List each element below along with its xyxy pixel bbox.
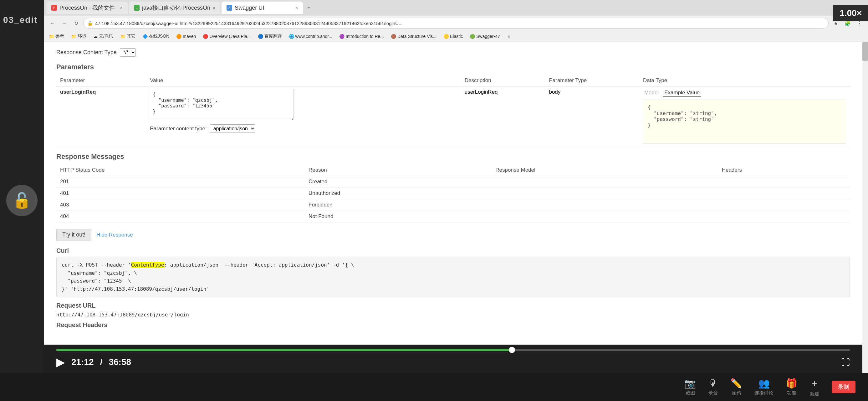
table-row: 201 Created	[56, 176, 850, 188]
param-header-description: Description	[461, 75, 546, 86]
response-content-type-select[interactable]: */*	[120, 48, 136, 57]
progress-bar-fill	[56, 349, 512, 351]
bookmark-intro[interactable]: 🟣 Introduction to Re...	[337, 33, 386, 39]
reload-button[interactable]: ↻	[71, 19, 81, 28]
bookmark-json[interactable]: 🔷 在线JSON	[140, 33, 172, 40]
param-content-type-row: Parameter content type: application/json	[150, 124, 457, 133]
hide-response-link[interactable]: Hide Response	[96, 232, 133, 238]
screenshot-label: 截图	[686, 390, 695, 396]
response-reason-403: Forbidden	[305, 199, 492, 211]
connect-label: 连接讨论	[754, 390, 773, 396]
bookmark-baidu[interactable]: 🔵 百度翻译	[255, 33, 284, 40]
model-tab-example[interactable]: Example Value	[663, 89, 701, 97]
back-button[interactable]: ←	[48, 19, 57, 28]
param-header-datatype: Data Type	[639, 75, 850, 86]
bookmark-contrib[interactable]: 🌐 www.contrib.andr...	[286, 33, 335, 39]
toolbar-item-screenshot[interactable]: 📷 截图	[684, 378, 696, 396]
curl-box: curl -X POST --header 'ContentType: appl…	[56, 257, 850, 297]
response-reason-401: Unauthorized	[305, 188, 492, 199]
processonmy-favicon: P	[51, 5, 57, 11]
example-value-box: { "username": "string", "password": "str…	[643, 99, 846, 143]
bookmark-datastructure[interactable]: 🟤 Data Structure Vis...	[388, 33, 439, 39]
model-tab-model[interactable]: Model	[643, 89, 660, 97]
toolbar-item-gift[interactable]: 🎁 功能	[786, 378, 797, 396]
new-label: 新建	[810, 391, 819, 397]
bookmarks-bar: 📁 参考 📁 环境 ☁ 云/腾讯 📁 其它 🔷 在线JSON 🟠 maven 🔴…	[44, 31, 868, 42]
address-bar[interactable]: 🔒 47.108.153.47:18089/qzcsbj/swagger-ui.…	[83, 18, 829, 29]
record-button[interactable]: 录制	[832, 381, 856, 393]
param-row-userloginreq: userLoginReq { "username": "qzcsbj", "pa…	[56, 86, 850, 146]
param-value-textarea[interactable]: { "username": "qzcsbj", "password": "123…	[150, 89, 294, 120]
bookmark-other[interactable]: 📁 其它	[118, 33, 138, 40]
javaauto-favicon: J	[134, 5, 140, 11]
param-content-type-select[interactable]: application/json	[210, 124, 255, 133]
try-it-out-button[interactable]: Try it out!	[56, 229, 91, 241]
address-text: 47.108.153.47:18089/qzcsbj/swagger-ui.ht…	[95, 21, 403, 26]
tab-processonmy-close[interactable]: ×	[120, 5, 123, 10]
bookmark-环境[interactable]: 📁 环境	[68, 33, 89, 40]
action-row: Try it out! Hide Response	[56, 229, 850, 241]
bookmark-swagger47[interactable]: 🟢 Swagger-47	[467, 33, 502, 39]
response-reason-201: Created	[305, 176, 492, 188]
progress-bar[interactable]	[56, 349, 850, 351]
tab-javaauto-label: java接口自动化-ProcessOn	[142, 4, 210, 11]
table-row: 404 Not Found	[56, 211, 850, 223]
response-content-type-label: Response Content Type	[56, 49, 117, 56]
response-code-404: 404	[56, 211, 305, 223]
tab-swagger[interactable]: S Swagger UI ×	[221, 2, 303, 14]
param-description: userLoginReq	[465, 89, 498, 95]
toolbar-item-draw[interactable]: ✏️ 涂鸦	[730, 378, 742, 396]
bookmark-overview[interactable]: 🔴 Overview (Java Pla...	[200, 33, 253, 39]
tab-swagger-close[interactable]: ×	[296, 5, 298, 10]
response-header-model: Response Model	[492, 165, 718, 176]
tab-processonmy[interactable]: P ProcessOn - 我的文件 ×	[46, 2, 128, 14]
example-value-text: { "username": "string", "password": "str…	[648, 104, 841, 128]
tab-javaauto[interactable]: J java接口自动化-ProcessOn ×	[129, 2, 220, 14]
request-url-title: Request URL	[56, 302, 850, 309]
play-button[interactable]: ▶	[56, 355, 65, 369]
audio-label: 录音	[708, 390, 718, 396]
speed-overlay[interactable]: 1.00×	[833, 5, 868, 21]
toolbar-item-new[interactable]: ＋ 新建	[810, 377, 819, 397]
table-row: 401 Unauthorized	[56, 188, 850, 199]
video-title: 03_edit	[3, 15, 38, 25]
tab-swagger-label: Swagger UI	[235, 5, 264, 11]
table-row: 403 Forbidden	[56, 199, 850, 211]
parameters-table: Parameter Value Description Parameter Ty…	[56, 75, 850, 146]
toolbar-item-audio[interactable]: 🎙 录音	[708, 378, 718, 396]
gift-label: 功能	[787, 390, 796, 396]
param-header-parameter: Parameter	[56, 75, 146, 86]
response-header-code: HTTP Status Code	[56, 165, 305, 176]
curl-highlight: ContentType	[131, 262, 164, 268]
response-headers-403	[718, 199, 850, 211]
request-headers-section: Request Headers	[56, 321, 850, 328]
bookmark-参考[interactable]: 📁 参考	[46, 33, 67, 40]
bookmark-cloud[interactable]: ☁ 云/腾讯	[91, 33, 116, 40]
tab-bar: P ProcessOn - 我的文件 × J java接口自动化-Process…	[44, 0, 868, 16]
curl-suffix1: : application/json' --header 'Accept: ap…	[164, 262, 354, 268]
controls-row: ▶ 21:12 / 36:58 ⛶	[56, 355, 850, 369]
response-code-201: 201	[56, 176, 305, 188]
screenshot-icon: 📷	[684, 378, 696, 389]
fullscreen-button[interactable]: ⛶	[841, 357, 850, 368]
tab-javaauto-close[interactable]: ×	[213, 5, 215, 10]
bookmarks-more-button[interactable]: »	[504, 32, 514, 41]
response-model-401	[492, 188, 718, 199]
time-separator: /	[100, 357, 103, 367]
progress-handle[interactable]	[509, 347, 515, 353]
response-messages-title: Response Messages	[56, 152, 850, 161]
lock-overlay-icon: 🔓	[6, 185, 37, 216]
response-header-headers: Headers	[718, 165, 850, 176]
scrollbar-thumb[interactable]	[862, 42, 868, 61]
bookmark-elastic[interactable]: 🟡 Elastic	[441, 33, 465, 39]
forward-button[interactable]: →	[59, 19, 69, 28]
toolbar-item-connect[interactable]: 👥 连接讨论	[754, 378, 773, 396]
response-headers-404	[718, 211, 850, 223]
new-tab-button[interactable]: +	[304, 3, 313, 12]
total-time: 36:58	[108, 357, 131, 367]
scrollbar[interactable]	[862, 42, 868, 373]
curl-line4: }' 'http://47.108.153.47:18089/qzcsbj/us…	[62, 286, 209, 292]
param-type: body	[549, 89, 560, 95]
swagger-scroll[interactable]: Response Content Type */* Parameters Par…	[44, 42, 862, 373]
bookmark-maven[interactable]: 🟠 maven	[174, 33, 198, 39]
